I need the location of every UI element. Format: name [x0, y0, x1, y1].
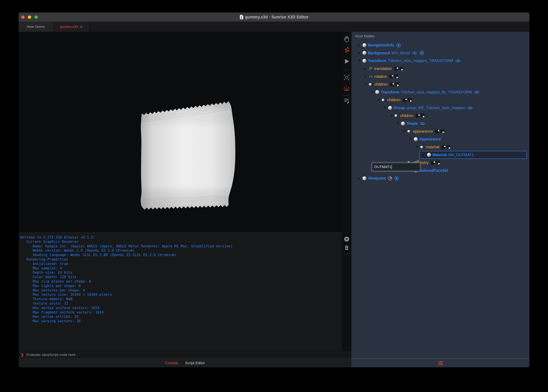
- light-sun-icon[interactable]: [343, 85, 350, 92]
- field-name: material: [426, 145, 439, 149]
- tree-row-appearance-node[interactable]: Appearance: [351, 135, 529, 143]
- node-def-name: Tütchen_rissc_mappes_ifs_TRANSFORM: [401, 90, 472, 94]
- expander-icon[interactable]: [416, 146, 420, 148]
- expander-icon[interactable]: [364, 68, 369, 70]
- bind-icon[interactable]: [394, 176, 399, 181]
- tab-gummy-x3d[interactable]: gummy.x3d ×: [53, 21, 89, 32]
- node-type: Viewpoint: [368, 176, 386, 181]
- expander-icon[interactable]: [377, 99, 382, 101]
- wrench-icon[interactable]: [388, 176, 392, 181]
- list-view-icon[interactable]: [438, 361, 443, 365]
- trash-icon[interactable]: [343, 244, 350, 251]
- expander-icon[interactable]: [358, 52, 362, 54]
- tree-row-navigationinfo[interactable]: NavigationInfo: [351, 41, 529, 49]
- expander-icon[interactable]: [364, 75, 369, 78]
- route-icons[interactable]: [403, 98, 412, 102]
- field-name: children: [374, 82, 388, 87]
- tab-console[interactable]: Console: [165, 361, 178, 365]
- play-icon[interactable]: [343, 58, 350, 65]
- expander-icon[interactable]: [390, 115, 394, 117]
- node-type: NavigationInfo: [368, 43, 394, 47]
- route-icons[interactable]: [431, 161, 440, 165]
- route-icons[interactable]: [435, 129, 445, 134]
- rename-input[interactable]: OUTMAT1: [373, 163, 419, 170]
- tree-row-viewpoint[interactable]: Viewpoint: [351, 175, 529, 182]
- scene-tree: NavigationInfo Background WO_World Trans…: [351, 41, 529, 182]
- panel-footer: [351, 358, 529, 367]
- viewport-3d[interactable]: [19, 32, 342, 232]
- expander-icon[interactable]: [410, 138, 414, 140]
- tree-row-appearance-field[interactable]: appearance: [351, 127, 529, 135]
- pouch-3d-model[interactable]: [137, 92, 239, 213]
- tree-row-transform[interactable]: Transform Tütchen_rissc_mappes_TRANSFORM: [351, 57, 529, 65]
- expander-icon[interactable]: [403, 130, 407, 133]
- vec3f-field-icon: [369, 67, 374, 71]
- route-in-icon: [403, 98, 407, 102]
- route-in-icon: [390, 82, 394, 87]
- tab-close-icon[interactable]: ×: [80, 24, 82, 29]
- node-type: Group: [394, 106, 405, 110]
- route-icons[interactable]: [390, 82, 400, 87]
- node-sphere-icon: [427, 153, 433, 157]
- field-name: translation: [374, 66, 392, 71]
- camera-snapshot-icon[interactable]: [343, 74, 350, 81]
- route-icons[interactable]: [441, 145, 451, 149]
- close-window-button[interactable]: [21, 15, 25, 19]
- tree-row-children[interactable]: children: [351, 96, 529, 104]
- popup-tail: [413, 160, 420, 163]
- node-type: Material: [433, 153, 447, 157]
- eye-icon[interactable]: [412, 51, 418, 55]
- tree-row-children[interactable]: children: [351, 80, 529, 88]
- expander-icon[interactable]: [358, 60, 362, 62]
- tree-row-material-field[interactable]: material: [351, 143, 529, 151]
- app-window: gummy.x3d · Sunrize X3D Editor New Scene…: [19, 13, 529, 367]
- rename-input-value: OUTMAT1: [374, 165, 391, 169]
- select-arrow-tool-icon[interactable]: [343, 46, 350, 54]
- toolbar-divider: [344, 254, 350, 254]
- rotation-field-icon: [369, 75, 374, 78]
- tree-row-group[interactable]: Group group_ME_Tütchen_rissc_mappes: [351, 104, 529, 112]
- route-out-icon: [436, 161, 440, 165]
- minimize-window-button[interactable]: [28, 15, 31, 19]
- route-in-icon: [435, 129, 440, 134]
- expander-icon[interactable]: [384, 107, 388, 109]
- route-icons[interactable]: [394, 66, 404, 71]
- expander-icon[interactable]: [371, 91, 375, 93]
- eye-icon[interactable]: [474, 90, 480, 94]
- route-icons[interactable]: [415, 113, 425, 118]
- tree-row-shape[interactable]: Shape: [351, 120, 529, 127]
- tree-row-material-node-selected[interactable]: Material MA_OUTMAT1: [419, 151, 527, 159]
- expander-icon[interactable]: [423, 154, 427, 156]
- console-output[interactable]: Welcome to X_ITE X3D Browser v9.5.2: Cur…: [19, 232, 342, 351]
- expander-icon[interactable]: [358, 44, 362, 47]
- node-def-name: MA_OUTMAT1: [448, 153, 474, 157]
- script-edit-icon[interactable]: [343, 97, 350, 105]
- bind-icon[interactable]: [396, 43, 401, 48]
- hand-pan-tool-icon[interactable]: [343, 35, 350, 43]
- tree-row-rotation[interactable]: rotation: [351, 73, 529, 80]
- eye-icon[interactable]: [467, 106, 473, 110]
- node-type: Appearance: [419, 137, 441, 141]
- node-sphere-icon: [401, 121, 406, 126]
- tree-row-children[interactable]: children: [351, 112, 529, 120]
- node-sphere-icon: [375, 90, 381, 94]
- tree-row-background[interactable]: Background WO_World: [351, 49, 529, 57]
- eye-icon[interactable]: [420, 122, 425, 126]
- tab-script-editor[interactable]: Script Editor: [185, 361, 205, 365]
- title-bar[interactable]: gummy.x3d · Sunrize X3D Editor: [19, 13, 529, 21]
- expander-icon[interactable]: [397, 122, 401, 125]
- tab-new-scene[interactable]: New Scene: [19, 21, 53, 32]
- eye-icon[interactable]: [455, 59, 461, 63]
- expander-icon[interactable]: [358, 177, 362, 180]
- console-clear-icon[interactable]: [343, 236, 350, 243]
- route-out-icon: [421, 113, 425, 118]
- tree-row-translation[interactable]: translation: [351, 65, 529, 73]
- expander-icon[interactable]: [364, 83, 369, 85]
- route-icons[interactable]: [389, 74, 399, 79]
- route-in-icon: [431, 161, 435, 165]
- console-prompt[interactable]: ❯ Evaluate JavaScript code here.: [19, 351, 351, 358]
- bind-icon[interactable]: [419, 51, 424, 55]
- node-def-name: WO_World: [391, 51, 410, 55]
- zoom-window-button[interactable]: [35, 15, 38, 19]
- tree-row-transform-ifs[interactable]: Transform Tütchen_rissc_mappes_ifs_TRANS…: [351, 88, 529, 96]
